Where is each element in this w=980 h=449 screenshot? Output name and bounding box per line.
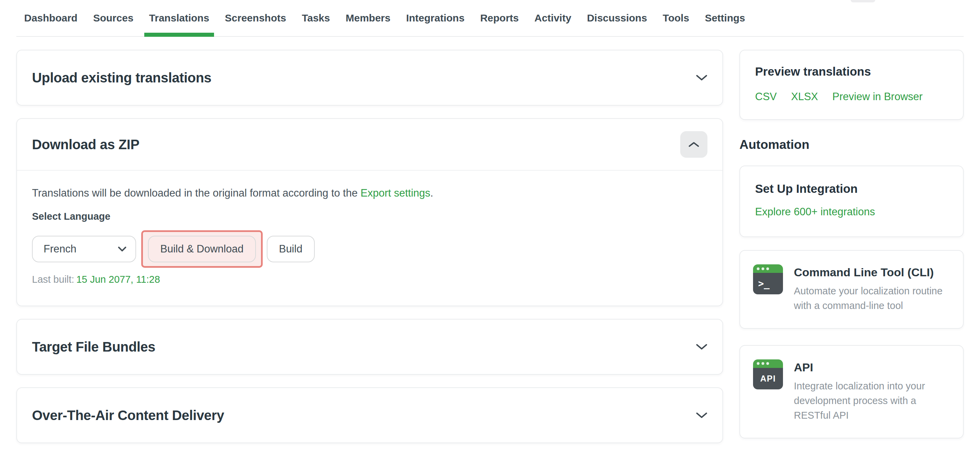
description-text: Translations will be downloaded in the o… [32, 187, 361, 199]
annotation-highlight: Build & Download [141, 230, 263, 268]
chevron-down-icon [696, 74, 708, 81]
api-card-text: API Integrate localization into your dev… [794, 360, 950, 423]
download-description: Translations will be downloaded in the o… [32, 187, 708, 199]
cli-card[interactable]: >_ Command Line Tool (CLI) Automate your… [740, 250, 964, 329]
automation-heading: Automation [740, 137, 964, 152]
cli-card-text: Command Line Tool (CLI) Automate your lo… [794, 264, 950, 313]
preview-in-browser-link[interactable]: Preview in Browser [832, 91, 923, 103]
select-chevron-down-icon [118, 246, 127, 252]
nav-item-discussions[interactable]: Discussions [587, 0, 647, 36]
language-select[interactable]: French [32, 236, 136, 262]
api-card[interactable]: API API Integrate localization into your… [740, 345, 964, 438]
nav-item-settings[interactable]: Settings [705, 0, 745, 36]
api-icon-titlebar [753, 360, 783, 368]
chevron-down-icon [696, 412, 708, 419]
panel-header-upload[interactable]: Upload existing translations [17, 50, 722, 105]
last-built-status: Last built:15 Jun 2077, 11:28 [32, 274, 708, 285]
project-nav: Dashboard Sources Translations Screensho… [16, 0, 964, 37]
panel-header-bundles[interactable]: Target File Bundles [17, 320, 722, 374]
last-built-label: Last built: [32, 274, 74, 285]
nav-item-integrations[interactable]: Integrations [406, 0, 465, 36]
preview-translations-card: Preview translations CSV XLSX Preview in… [740, 50, 964, 120]
preview-links-row: CSV XLSX Preview in Browser [755, 91, 948, 103]
export-settings-link[interactable]: Export settings [361, 187, 430, 199]
nav-item-sources[interactable]: Sources [93, 0, 134, 36]
language-select-value: French [43, 243, 76, 255]
nav-item-translations[interactable]: Translations [149, 0, 209, 36]
description-period: . [430, 187, 434, 199]
nav-item-tasks[interactable]: Tasks [302, 0, 330, 36]
api-icon: API [753, 360, 783, 389]
panel-download-as-zip: Download as ZIP Translations will be dow… [16, 118, 723, 306]
page-content: Upload existing translations Download as… [0, 37, 980, 449]
build-and-download-button[interactable]: Build & Download [148, 236, 256, 262]
panel-title-bundles: Target File Bundles [32, 339, 156, 355]
csv-link[interactable]: CSV [755, 91, 777, 103]
api-card-title: API [794, 361, 950, 374]
main-column: Upload existing translations Download as… [16, 50, 723, 449]
preview-translations-title: Preview translations [755, 65, 948, 78]
nav-item-reports[interactable]: Reports [480, 0, 519, 36]
api-icon-label: API [753, 368, 783, 389]
xlsx-link[interactable]: XLSX [791, 91, 818, 103]
panel-header-ota[interactable]: Over-The-Air Content Delivery [17, 388, 722, 443]
panel-title-download: Download as ZIP [32, 137, 140, 152]
terminal-titlebar [753, 264, 783, 273]
collapse-button[interactable] [680, 131, 708, 158]
download-panel-body: Translations will be downloaded in the o… [17, 171, 722, 305]
build-button[interactable]: Build [267, 236, 315, 262]
terminal-icon: >_ [753, 264, 783, 294]
nav-item-members[interactable]: Members [346, 0, 391, 36]
terminal-prompt-glyph: >_ [753, 273, 783, 294]
last-built-value: 15 Jun 2077, 11:28 [76, 274, 160, 285]
right-sidebar: Preview translations CSV XLSX Preview in… [740, 50, 964, 438]
nav-item-activity[interactable]: Activity [535, 0, 571, 36]
nav-item-dashboard[interactable]: Dashboard [24, 0, 78, 36]
set-up-integration-card: Set Up Integration Explore 600+ integrat… [740, 166, 964, 237]
panel-header-download[interactable]: Download as ZIP [17, 119, 722, 171]
cli-card-description: Automate your localization routine with … [794, 284, 950, 313]
panel-title-ota: Over-The-Air Content Delivery [32, 408, 224, 423]
build-controls-row: French Build & Download Build [32, 230, 708, 268]
panel-upload-existing-translations: Upload existing translations [16, 50, 723, 105]
set-up-integration-title: Set Up Integration [755, 182, 948, 195]
select-language-label: Select Language [32, 211, 708, 222]
api-card-description: Integrate localization into your develop… [794, 379, 950, 423]
chevron-up-icon [688, 141, 699, 147]
nav-item-screenshots[interactable]: Screenshots [225, 0, 286, 36]
panel-title-upload: Upload existing translations [32, 70, 211, 86]
cli-card-title: Command Line Tool (CLI) [794, 266, 950, 279]
explore-integrations-link[interactable]: Explore 600+ integrations [755, 206, 875, 218]
panel-target-file-bundles: Target File Bundles [16, 319, 723, 375]
panel-ota-content-delivery: Over-The-Air Content Delivery [16, 387, 723, 443]
nav-item-tools[interactable]: Tools [663, 0, 689, 36]
cropped-top-fragment [851, 0, 875, 2]
chevron-down-icon [696, 344, 708, 350]
